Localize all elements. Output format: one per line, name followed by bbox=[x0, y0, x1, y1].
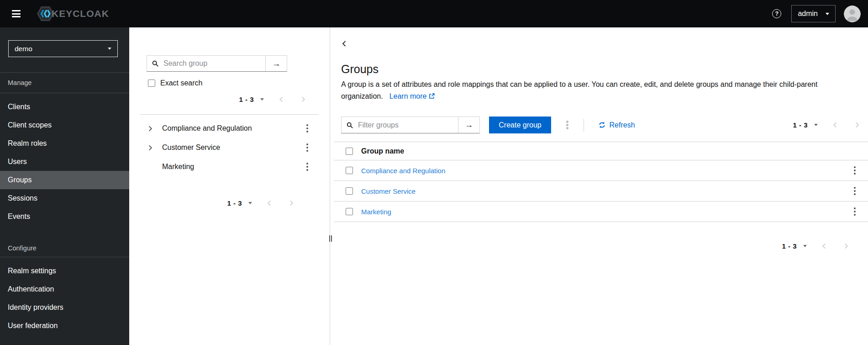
table-row: Compliance and Regulation bbox=[334, 160, 868, 181]
help-button[interactable]: ? bbox=[772, 9, 781, 18]
filter-groups-input[interactable] bbox=[357, 121, 453, 130]
group-tree: Compliance and Regulation Customer Servi… bbox=[129, 119, 330, 176]
sidebar-item-groups[interactable]: Groups bbox=[0, 171, 129, 189]
sidebar-item-realm-settings[interactable]: Realm settings bbox=[0, 262, 129, 280]
exact-search-label: Exact search bbox=[160, 79, 202, 87]
sidebar-item-clients[interactable]: Clients bbox=[0, 98, 129, 116]
row-checkbox[interactable] bbox=[346, 208, 353, 215]
filter-groups-group: → bbox=[341, 117, 480, 133]
caret-down-icon bbox=[108, 48, 111, 50]
sidebar: demo Manage Clients Client scopes Realm … bbox=[0, 27, 129, 345]
group-search-input[interactable] bbox=[163, 59, 260, 68]
user-name: admin bbox=[798, 10, 818, 18]
sidebar-item-client-scopes[interactable]: Client scopes bbox=[0, 116, 129, 134]
realm-name: demo bbox=[15, 45, 32, 53]
exact-search-checkbox[interactable] bbox=[148, 80, 155, 87]
external-link-icon bbox=[429, 91, 435, 103]
pagination-prev-button[interactable] bbox=[831, 122, 839, 128]
refresh-button[interactable]: Refresh bbox=[596, 121, 638, 130]
page-description: A group is a set of attributes and role … bbox=[341, 79, 832, 103]
avatar[interactable] bbox=[844, 5, 861, 22]
table-row: Customer Service bbox=[334, 181, 868, 202]
pagination-next-button[interactable] bbox=[299, 96, 308, 102]
row-checkbox[interactable] bbox=[346, 167, 353, 174]
keycloak-logo[interactable]: KEYCLOAK bbox=[37, 6, 109, 21]
pagination-next-button[interactable] bbox=[287, 200, 296, 206]
sidebar-item-authentication[interactable]: Authentication bbox=[0, 280, 129, 298]
panel-resize-handle[interactable] bbox=[329, 235, 332, 242]
tree-item: Marketing bbox=[129, 157, 330, 176]
column-header-group-name: Group name bbox=[361, 147, 404, 155]
groups-toolbar: → Create group Refresh 1 - 3 bbox=[341, 117, 862, 133]
kebab-menu-icon[interactable] bbox=[852, 186, 857, 197]
group-link[interactable]: Marketing bbox=[361, 208, 391, 216]
chevron-right-icon[interactable] bbox=[148, 145, 162, 151]
sidebar-item-events[interactable]: Events bbox=[0, 207, 129, 226]
sidebar-item-realm-roles[interactable]: Realm roles bbox=[0, 134, 129, 153]
table-row: Marketing bbox=[334, 202, 868, 222]
pagination-range: 1 - 3 bbox=[793, 121, 808, 129]
pagination-range: 1 - 3 bbox=[239, 96, 254, 103]
caret-down-icon bbox=[826, 13, 829, 15]
exact-search-row: Exact search bbox=[148, 79, 330, 87]
pagination-prev-button[interactable] bbox=[277, 96, 285, 102]
realm-selector[interactable]: demo bbox=[8, 40, 118, 57]
pagination-menu-toggle[interactable] bbox=[248, 202, 252, 204]
masthead-right: ? admin bbox=[772, 5, 861, 22]
nav-list-configure: Realm settings Authentication Identity p… bbox=[0, 257, 129, 335]
kebab-menu-icon[interactable] bbox=[305, 142, 310, 154]
pagination-menu-toggle[interactable] bbox=[803, 245, 807, 247]
pagination-menu-toggle[interactable] bbox=[260, 98, 264, 101]
row-checkbox[interactable] bbox=[346, 187, 353, 195]
learn-more-link[interactable]: Learn more bbox=[389, 92, 435, 100]
tree-item-label[interactable]: Marketing bbox=[162, 163, 305, 171]
sidebar-item-user-federation[interactable]: User federation bbox=[0, 317, 129, 335]
filter-groups-field[interactable] bbox=[342, 117, 458, 133]
pagination-prev-button[interactable] bbox=[820, 243, 828, 249]
select-all-checkbox[interactable] bbox=[346, 148, 353, 155]
tree-pagination-bottom: 1 - 3 bbox=[129, 198, 296, 208]
divider bbox=[140, 114, 319, 115]
kebab-menu-icon[interactable] bbox=[305, 161, 310, 173]
kebab-menu-icon[interactable] bbox=[305, 123, 310, 134]
group-search-submit-button[interactable]: → bbox=[265, 56, 287, 71]
sidebar-item-identity-providers[interactable]: Identity providers bbox=[0, 298, 129, 317]
arrow-right-icon: → bbox=[465, 120, 473, 129]
collapse-tree-button[interactable] bbox=[342, 40, 347, 48]
group-search-field[interactable] bbox=[147, 56, 265, 71]
table-pagination-top: 1 - 3 bbox=[793, 120, 862, 130]
tree-item-label[interactable]: Customer Service bbox=[162, 143, 305, 152]
nav-list-manage: Clients Client scopes Realm roles Users … bbox=[0, 93, 129, 226]
pagination-prev-button[interactable] bbox=[265, 200, 274, 206]
user-menu-dropdown[interactable]: admin bbox=[791, 5, 836, 22]
tree-item-label[interactable]: Compliance and Regulation bbox=[162, 124, 305, 133]
sidebar-item-sessions[interactable]: Sessions bbox=[0, 189, 129, 207]
main-panel: Groups A group is a set of attributes an… bbox=[330, 27, 868, 345]
table-header-row: Group name bbox=[334, 142, 868, 160]
arrow-right-icon: → bbox=[272, 59, 280, 68]
nav-section-manage: Manage bbox=[0, 73, 129, 93]
kebab-menu-icon[interactable] bbox=[852, 165, 857, 176]
tree-pagination-top: 1 - 3 bbox=[129, 94, 308, 104]
group-tree-panel: → Exact search 1 - 3 bbox=[129, 27, 330, 345]
create-group-button[interactable]: Create group bbox=[489, 117, 551, 133]
group-link[interactable]: Compliance and Regulation bbox=[361, 167, 445, 175]
chevron-right-icon[interactable] bbox=[148, 126, 162, 132]
kebab-menu-icon[interactable] bbox=[852, 206, 857, 218]
tree-item: Compliance and Regulation bbox=[129, 119, 330, 138]
kebab-menu-icon[interactable] bbox=[565, 119, 570, 131]
divider bbox=[584, 119, 584, 132]
pagination-next-button[interactable] bbox=[853, 122, 862, 128]
page-title: Groups bbox=[341, 62, 868, 76]
pagination-next-button[interactable] bbox=[842, 243, 851, 249]
learn-more-label: Learn more bbox=[389, 92, 427, 100]
masthead: KEYCLOAK ? admin bbox=[0, 0, 868, 27]
pagination-menu-toggle[interactable] bbox=[814, 124, 818, 126]
pagination-range: 1 - 3 bbox=[782, 242, 797, 250]
group-link[interactable]: Customer Service bbox=[361, 187, 416, 195]
groups-table: Group name Compliance and Regulation Cus… bbox=[334, 142, 868, 222]
table-pagination-bottom: 1 - 3 bbox=[330, 241, 851, 251]
filter-groups-submit-button[interactable]: → bbox=[458, 117, 479, 133]
sidebar-item-users[interactable]: Users bbox=[0, 153, 129, 171]
nav-toggle-button[interactable] bbox=[6, 4, 26, 24]
